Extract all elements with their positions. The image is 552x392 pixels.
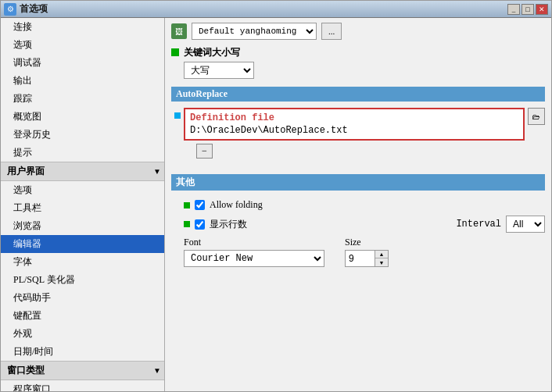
window-icon: ⚙: [4, 3, 16, 16]
title-buttons: _ □ ✕: [507, 4, 548, 15]
show-line-numbers-label: 显示行数: [210, 218, 247, 231]
chevron-down-icon: ▼: [153, 167, 161, 176]
profile-icon: 🖼: [171, 23, 187, 39]
keyword-indicator: [171, 48, 179, 56]
line-numbers-indicator: [184, 221, 190, 227]
font-row: Font Courier New Arial Tahoma Consolas S…: [171, 235, 545, 269]
content-area: 连接 选项 调试器 输出 跟踪 概览图 登录历史 提示 用户界面 ▼ 选项 工具…: [1, 18, 551, 391]
sidebar-item-fonts[interactable]: 字体: [1, 253, 164, 271]
sidebar-item-ui-options[interactable]: 选项: [1, 181, 164, 199]
sidebar-item-key-config[interactable]: 键配置: [1, 307, 164, 325]
sidebar-item-appearance[interactable]: 外观: [1, 325, 164, 343]
sidebar-item-beautifier[interactable]: PL/SQL 美化器: [1, 271, 164, 289]
minimize-button[interactable]: _: [507, 4, 520, 15]
preferences-window: ⚙ 首选项 _ □ ✕ 连接 选项 调试器 输出 跟踪 概览图 登录历史 提示 …: [0, 0, 552, 392]
close-button[interactable]: ✕: [536, 4, 548, 15]
sidebar-item-options[interactable]: 选项: [1, 36, 164, 54]
sidebar-item-overview[interactable]: 概览图: [1, 108, 164, 126]
sidebar-item-code-assistant[interactable]: 代码助手: [1, 289, 164, 307]
browse-button[interactable]: 🗁: [528, 108, 545, 125]
sidebar-item-trace[interactable]: 跟踪: [1, 90, 164, 108]
profile-row: 🖼 Default yanghaoming ...: [171, 23, 545, 40]
sidebar-item-browser[interactable]: 浏览器: [1, 217, 164, 235]
show-line-numbers-checkbox[interactable]: [195, 219, 205, 230]
sidebar-group-window-type[interactable]: 窗口类型 ▼: [1, 361, 164, 380]
definition-file-wrap: Definition file D:\OracleDev\AutoReplace…: [184, 108, 525, 141]
definition-file-path: D:\OracleDev\AutoReplace.txt: [190, 125, 518, 136]
sidebar-item-login-history[interactable]: 登录历史: [1, 126, 164, 144]
autoreplace-indicator: [174, 112, 181, 119]
allow-folding-indicator: [184, 202, 190, 208]
sidebar: 连接 选项 调试器 输出 跟踪 概览图 登录历史 提示 用户界面 ▼ 选项 工具…: [1, 18, 165, 391]
font-dropdown[interactable]: Courier New Arial Tahoma Consolas: [184, 250, 324, 267]
sidebar-item-datetime[interactable]: 日期/时间: [1, 343, 164, 361]
size-increment-button[interactable]: ▲: [375, 251, 388, 258]
keyword-section: 关键词大小写 大写 小写 首字母大写: [184, 46, 254, 79]
sidebar-item-debugger[interactable]: 调试器: [1, 54, 164, 72]
sidebar-item-connection[interactable]: 连接: [1, 18, 164, 36]
font-col: Font Courier New Arial Tahoma Consolas: [184, 237, 324, 267]
size-col: Size ▲ ▼: [345, 237, 389, 267]
window-title: 首选项: [20, 2, 48, 16]
title-bar-left: ⚙ 首选项: [4, 2, 48, 16]
interval-label: Interval: [456, 219, 501, 230]
autoreplace-header: AutoReplace: [171, 87, 545, 102]
sidebar-item-toolbar[interactable]: 工具栏: [1, 199, 164, 217]
sidebar-item-editor[interactable]: 编辑器: [1, 235, 164, 253]
minus-button[interactable]: −: [196, 144, 213, 159]
keyword-label: 关键词大小写: [184, 46, 254, 59]
maximize-button[interactable]: □: [522, 4, 534, 15]
size-decrement-button[interactable]: ▼: [375, 258, 388, 266]
keyword-dropdown[interactable]: 大写 小写 首字母大写: [184, 62, 254, 79]
size-input[interactable]: [345, 250, 375, 267]
show-line-numbers-row: 显示行数 Interval All 1 2 5 10: [171, 213, 545, 235]
chevron-down-icon: ▼: [153, 366, 161, 375]
definition-file-label: Definition file: [190, 112, 518, 123]
main-panel: 🖼 Default yanghaoming ... 关键词大小写 大写 小写 首…: [165, 18, 551, 391]
autoreplace-content: Definition file D:\OracleDev\AutoReplace…: [171, 108, 545, 174]
size-col-label: Size: [345, 237, 389, 248]
title-bar: ⚙ 首选项 _ □ ✕: [1, 1, 551, 18]
allow-folding-row: Allow folding: [171, 197, 545, 213]
size-spinner-buttons: ▲ ▼: [375, 250, 389, 267]
other-header: 其他: [171, 174, 545, 191]
sidebar-item-program-window[interactable]: 程序窗口: [1, 380, 164, 391]
other-content: Allow folding 显示行数 Interval All 1 2 5 10: [171, 197, 545, 275]
profile-more-button[interactable]: ...: [321, 23, 342, 40]
sidebar-item-output[interactable]: 输出: [1, 72, 164, 90]
size-spinner: ▲ ▼: [345, 250, 389, 267]
allow-folding-checkbox[interactable]: [195, 200, 205, 210]
definition-file-box: Definition file D:\OracleDev\AutoReplace…: [184, 108, 525, 141]
interval-dropdown[interactable]: All 1 2 5 10: [506, 216, 545, 233]
font-col-label: Font: [184, 237, 324, 248]
sidebar-item-hints[interactable]: 提示: [1, 144, 164, 162]
sidebar-group-user-interface[interactable]: 用户界面 ▼: [1, 162, 164, 181]
allow-folding-label: Allow folding: [210, 199, 263, 211]
profile-dropdown[interactable]: Default yanghaoming: [192, 23, 317, 40]
